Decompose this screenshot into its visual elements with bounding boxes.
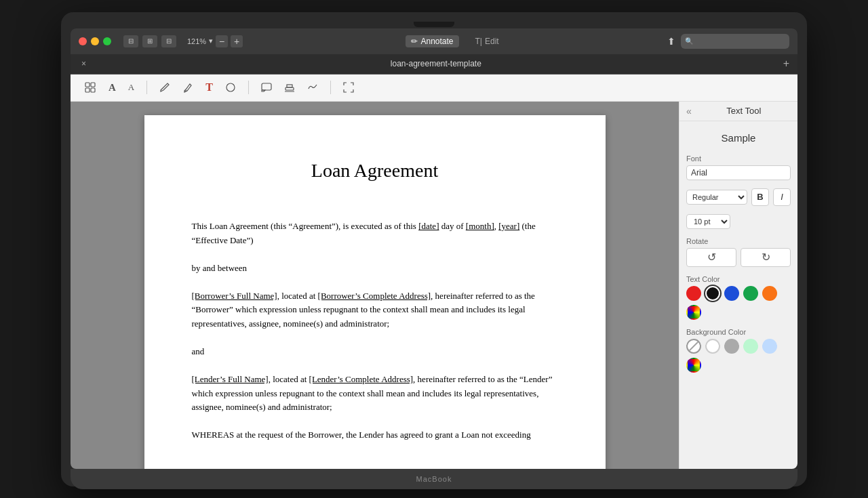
- notch: [414, 22, 454, 27]
- svg-rect-1: [91, 83, 95, 87]
- toolbar: A A T: [71, 75, 797, 102]
- svg-rect-0: [85, 83, 90, 87]
- text-color-green[interactable]: [743, 286, 758, 301]
- zoom-in-btn[interactable]: +: [231, 35, 243, 47]
- para4-text: and: [192, 346, 205, 356]
- panel-body: Sample Font Arial Times New Roman Helvet…: [679, 121, 797, 381]
- bold-btn[interactable]: B: [751, 188, 769, 206]
- rotate-cw-btn[interactable]: ↻: [741, 248, 791, 267]
- titlebar-center: ✏ Annotate T| Edit: [248, 35, 662, 47]
- pdf-para-1: This Loan Agreement (this “Agreement”), …: [192, 220, 558, 248]
- para2-text: by and between: [192, 263, 248, 273]
- font-style-row: Regular Bold Italic B I: [686, 188, 791, 206]
- text-color-orange[interactable]: [762, 286, 777, 301]
- toolbar-pencil-btn[interactable]: [157, 81, 173, 94]
- laptop: ⊟ ⊞ ⊟ 121% ▾ − + ✏ Annotate T| Edit: [61, 12, 807, 486]
- annotate-label: Annotate: [420, 37, 453, 46]
- pdf-title: Loan Agreement: [192, 156, 558, 186]
- rotate-section: Rotate ↺ ↻: [686, 237, 791, 267]
- text-color-multicolor[interactable]: [686, 305, 701, 320]
- panel-collapse-btn[interactable]: «: [686, 106, 692, 117]
- pdf-para-6: WHEREAS at the request of the Borrower, …: [192, 428, 558, 442]
- sidebar-toggle-btn[interactable]: ⊟: [123, 35, 138, 47]
- traffic-lights: [79, 37, 111, 45]
- list-view-btn[interactable]: ⊟: [161, 35, 176, 47]
- titlebar-right: ⬆ 🔍: [667, 34, 789, 49]
- svg-rect-7: [285, 87, 294, 90]
- italic-btn[interactable]: I: [773, 188, 791, 206]
- para6-text: WHEREAS at the request of the Borrower, …: [192, 430, 531, 440]
- edit-tab[interactable]: T| Edit: [470, 35, 505, 47]
- panel-header: « Text Tool: [679, 102, 797, 121]
- bg-color-white[interactable]: [705, 339, 720, 354]
- text-color-label: Text Color: [686, 275, 791, 283]
- rotate-label: Rotate: [686, 237, 791, 245]
- svg-rect-3: [91, 88, 95, 92]
- font-label: Font: [686, 154, 791, 163]
- pdf-para-5: [Lender’s Full Name], located at [Lender…: [192, 373, 558, 415]
- grid-view-btn[interactable]: ⊞: [142, 35, 157, 47]
- share-btn[interactable]: ⬆: [667, 36, 675, 47]
- svg-rect-6: [262, 83, 271, 90]
- svg-rect-2: [85, 88, 90, 92]
- sidebar-icons: ⊟ ⊞ ⊟: [123, 35, 176, 47]
- annotate-tab[interactable]: ✏ Annotate: [406, 35, 458, 47]
- text-color-row: [686, 286, 791, 320]
- toolbar-select-btn[interactable]: [81, 80, 99, 95]
- para1-text: This Loan Agreement (this “Agreement”), …: [192, 221, 536, 245]
- italic-label: I: [781, 192, 783, 202]
- laptop-base: MacBook: [71, 469, 797, 489]
- tab-row: × loan-agreement-template +: [71, 54, 797, 75]
- maximize-button[interactable]: [103, 37, 111, 45]
- text-color-blue[interactable]: [724, 286, 739, 301]
- edit-label: Edit: [485, 37, 499, 46]
- zoom-dropdown-icon: ▾: [209, 37, 213, 45]
- text-color-section: Text Color: [686, 275, 791, 320]
- zoom-out-btn[interactable]: −: [216, 35, 228, 47]
- pdf-area[interactable]: Loan Agreement This Loan Agreement (this…: [71, 102, 679, 469]
- font-select[interactable]: Arial Times New Roman Helvetica: [686, 165, 791, 180]
- bg-color-gray[interactable]: [724, 339, 739, 354]
- add-tab-btn[interactable]: +: [783, 58, 789, 70]
- toolbar-shape-btn[interactable]: [222, 81, 239, 94]
- size-select[interactable]: 10 pt 12 pt 14 pt 16 pt 18 pt: [686, 214, 730, 229]
- bg-color-multicolor[interactable]: [686, 358, 701, 373]
- toolbar-font-a-btn[interactable]: A: [106, 81, 119, 95]
- titlebar: ⊟ ⊞ ⊟ 121% ▾ − + ✏ Annotate T| Edit: [71, 28, 797, 54]
- toolbar-highlighter-btn[interactable]: [180, 81, 196, 94]
- borrower-address: [Borrower’s Complete Address]: [318, 291, 431, 301]
- text-color-red[interactable]: [686, 286, 701, 301]
- screen: ⊟ ⊞ ⊟ 121% ▾ − + ✏ Annotate T| Edit: [71, 28, 797, 469]
- rotate-ccw-btn[interactable]: ↺: [686, 248, 736, 267]
- toolbar-font-a2-btn[interactable]: A: [125, 81, 137, 94]
- toolbar-text-btn[interactable]: T: [203, 80, 216, 95]
- minimize-button[interactable]: [91, 37, 99, 45]
- font-style-select[interactable]: Regular Bold Italic: [686, 190, 747, 205]
- text-color-black[interactable]: [705, 286, 720, 301]
- pdf-page: Loan Agreement This Loan Agreement (this…: [144, 115, 606, 469]
- zoom-area: 121% ▾ − +: [187, 35, 243, 47]
- pdf-para-2: by and between: [192, 262, 558, 276]
- toolbar-comment-btn[interactable]: [258, 81, 275, 94]
- toolbar-sep-1: [146, 81, 147, 94]
- sample-text: Sample: [686, 129, 791, 146]
- zoom-level: 121%: [187, 37, 206, 45]
- bg-color-light-blue[interactable]: [762, 339, 777, 354]
- bg-color-label: Background Color: [686, 328, 791, 336]
- bg-color-light-green[interactable]: [743, 339, 758, 354]
- pdf-para-4: and: [192, 345, 558, 359]
- close-tab-btn[interactable]: ×: [79, 59, 89, 68]
- svg-point-5: [226, 83, 235, 91]
- toolbar-signature-btn[interactable]: [304, 81, 321, 94]
- lender-address: [Lender’s Complete Address]: [309, 374, 414, 384]
- rotate-row: ↺ ↻: [686, 248, 791, 267]
- svg-rect-8: [287, 85, 292, 87]
- right-panel: « Text Tool Sample Font Arial Times New …: [679, 102, 797, 469]
- toolbar-stamp-btn[interactable]: [281, 81, 298, 94]
- search-input[interactable]: [681, 34, 789, 49]
- bg-color-transparent[interactable]: [686, 339, 701, 354]
- close-button[interactable]: [79, 37, 87, 45]
- toolbar-fullscreen-btn[interactable]: [340, 81, 357, 94]
- edit-icon: T|: [475, 37, 482, 46]
- rotate-cw-icon: ↻: [762, 251, 770, 264]
